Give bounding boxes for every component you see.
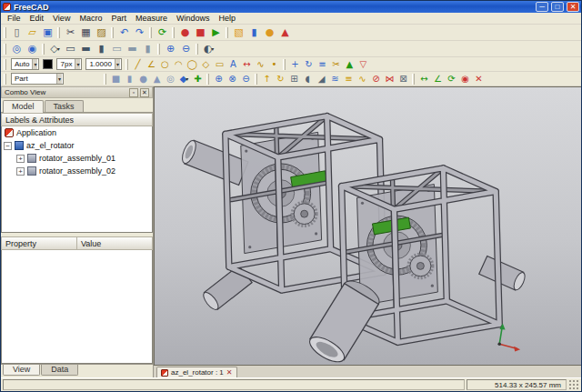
toolbar-drag-handle[interactable] <box>255 74 257 85</box>
scale-spinbox[interactable]: 1.0000▾ <box>85 58 121 70</box>
part-loft-button[interactable]: ≡ <box>342 73 356 85</box>
part-cross-sections-button[interactable]: ⋈ <box>383 73 396 85</box>
draft-polygon-button[interactable]: ◇ <box>199 58 213 71</box>
tree-item-rotator_assembly_01[interactable]: +rotator_assembly_01 <box>4 152 152 165</box>
menu-edit[interactable]: Edit <box>25 13 49 24</box>
part-extrude-button[interactable]: ↑ <box>260 73 274 85</box>
toolbar-drag-handle[interactable] <box>4 44 6 55</box>
part-primitives-button[interactable]: ◆▾ <box>177 73 191 85</box>
part-mirror-button[interactable]: ⊞ <box>287 73 301 85</box>
toolbar-drag-handle[interactable] <box>4 59 6 70</box>
part-section-button[interactable]: ⊘ <box>369 73 383 85</box>
toolbar-drag-handle[interactable] <box>226 27 228 38</box>
solid-sphere-button[interactable]: ● <box>262 25 277 40</box>
draft-text-button[interactable]: A <box>226 58 240 71</box>
toolbar-drag-handle[interactable] <box>125 59 128 70</box>
expander-icon[interactable]: + <box>16 167 25 176</box>
part-compound-button[interactable]: ⊠ <box>396 73 410 85</box>
dock-float-button[interactable]: ▫ <box>129 88 138 97</box>
minimize-button[interactable]: ─ <box>536 2 548 12</box>
draft-offset-button[interactable]: ≡ <box>316 58 329 71</box>
toolbar-drag-handle[interactable] <box>206 74 209 85</box>
draft-ellipse-button[interactable]: ◯ <box>186 58 199 71</box>
measure-angular-button[interactable]: ∠ <box>431 73 445 85</box>
view-fit-all-button[interactable]: ◎ <box>9 42 25 56</box>
toolbar-drag-handle[interactable] <box>104 74 106 85</box>
draft-line-button[interactable]: ╱ <box>131 58 145 71</box>
toolbar-drag-handle[interactable] <box>4 27 6 38</box>
3d-scene[interactable] <box>155 87 581 365</box>
close-button[interactable]: ✕ <box>567 2 579 12</box>
maximize-button[interactable]: □ <box>551 2 564 12</box>
column-property[interactable]: Property <box>1 236 77 250</box>
macro-stop-button[interactable]: ■ <box>193 25 208 40</box>
new-document-button[interactable]: ▯ <box>9 25 25 40</box>
measure-clear-button[interactable]: ✕ <box>472 73 486 85</box>
refresh-button[interactable]: ⟳ <box>155 25 170 40</box>
toolbar-drag-handle[interactable] <box>42 44 45 55</box>
toolbar-drag-handle[interactable] <box>157 44 160 55</box>
workbench-selector[interactable]: Part▾ <box>11 73 64 85</box>
expander-icon[interactable]: − <box>4 142 12 150</box>
toolbar-drag-handle[interactable] <box>283 59 286 70</box>
menu-measure[interactable]: Measure <box>131 13 172 24</box>
part-chamfer-button[interactable]: ◢ <box>315 73 328 85</box>
tab-tasks[interactable]: Tasks <box>45 100 84 112</box>
tab-data[interactable]: Data <box>41 365 78 376</box>
toolbar-drag-handle[interactable] <box>4 74 6 85</box>
solid-cone-button[interactable]: ▲ <box>277 25 293 40</box>
part-cylinder-button[interactable]: ▮ <box>123 73 136 85</box>
measure-refresh-button[interactable]: ⟳ <box>445 73 458 85</box>
zoom-out-button[interactable]: ⊖ <box>178 42 194 56</box>
macro-run-button[interactable]: ▶ <box>208 25 224 40</box>
draft-trimex-button[interactable]: ✂ <box>329 58 343 71</box>
tree-item-rotator_assembly_02[interactable]: +rotator_assembly_02 <box>4 165 152 177</box>
draw-style-button[interactable]: ◐▾ <box>201 42 216 56</box>
draft-rectangle-button[interactable]: ▭ <box>213 58 226 71</box>
zoom-in-button[interactable]: ⊕ <box>163 42 178 56</box>
3d-viewport[interactable] <box>154 86 581 366</box>
undo-button[interactable]: ↶ <box>116 25 132 40</box>
dock-close-button[interactable]: ✕ <box>140 88 149 97</box>
draft-plane-combo[interactable]: Auto▾ <box>11 58 39 70</box>
part-ruled-surface-button[interactable]: ≋ <box>328 73 342 85</box>
draft-arc-button[interactable]: ◠ <box>172 58 186 71</box>
part-revolve-button[interactable]: ↻ <box>274 73 287 85</box>
toolbar-drag-handle[interactable] <box>149 27 152 38</box>
draft-point-button[interactable]: • <box>267 58 281 71</box>
menu-part[interactable]: Part <box>106 13 131 24</box>
solid-cylinder-button[interactable]: ▮ <box>246 25 262 40</box>
tab-view[interactable]: View <box>3 365 40 376</box>
view-fit-selection-button[interactable]: ◉ <box>25 42 40 56</box>
draft-upgrade-button[interactable]: ▲ <box>343 58 356 71</box>
toolbar-drag-handle[interactable] <box>57 27 60 38</box>
line-color-swatch[interactable] <box>43 59 53 69</box>
view-front-button[interactable]: ▭ <box>63 42 78 56</box>
column-value[interactable]: Value <box>77 236 153 250</box>
macro-record-button[interactable]: ● <box>177 25 193 40</box>
view-left-button[interactable]: ▮ <box>140 42 156 56</box>
tab-close-icon[interactable]: ✕ <box>226 369 233 377</box>
toolbar-drag-handle[interactable] <box>196 44 198 55</box>
line-width-combo[interactable]: 7px▾ <box>56 58 82 70</box>
part-sweep-button[interactable]: ∿ <box>356 73 369 85</box>
copy-button[interactable]: ▦ <box>78 25 94 40</box>
view-rear-button[interactable]: ▭ <box>109 42 125 56</box>
draft-rotate-button[interactable]: ↻ <box>302 58 316 71</box>
redo-button[interactable]: ↷ <box>132 25 147 40</box>
solid-box-button[interactable]: ▧ <box>231 25 246 40</box>
view-axonometric-button[interactable]: ◇▾ <box>47 42 63 56</box>
toolbar-drag-handle[interactable] <box>412 74 415 85</box>
tree-item-document[interactable]: − az_el_rotator <box>4 139 152 152</box>
draft-bspline-button[interactable]: ∿ <box>254 58 267 71</box>
toolbar-drag-handle[interactable] <box>172 27 175 38</box>
menu-macro[interactable]: Macro <box>75 13 106 24</box>
menu-help[interactable]: Help <box>214 13 240 24</box>
menu-windows[interactable]: Windows <box>172 13 215 24</box>
draft-move-button[interactable]: + <box>288 58 302 71</box>
cut-button[interactable]: ✂ <box>63 25 78 40</box>
property-table-body[interactable] <box>1 250 153 364</box>
view-top-button[interactable]: ▬ <box>78 42 94 56</box>
measure-toggle-3d-button[interactable]: ◉ <box>458 73 472 85</box>
boolean-cut-button[interactable]: ⊖ <box>239 73 253 85</box>
